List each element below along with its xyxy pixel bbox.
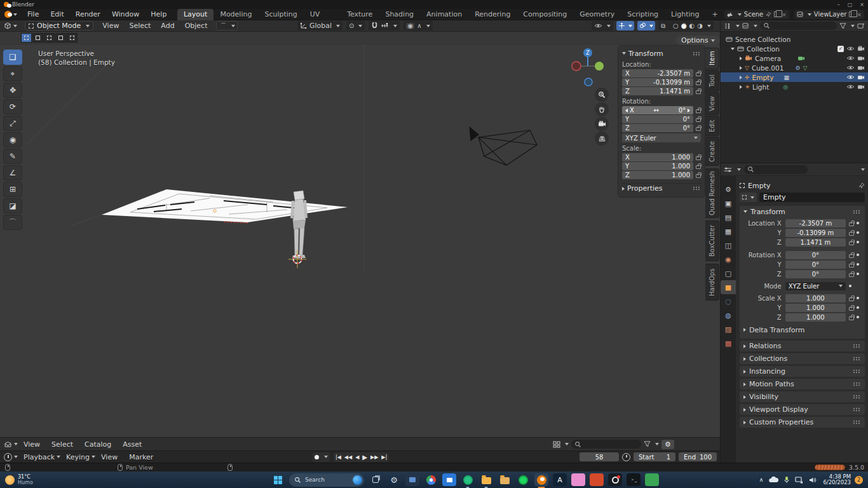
workspace-tab-modeling[interactable]: Modeling (214, 9, 258, 20)
scale-x-field[interactable]: X1.000 (622, 153, 693, 161)
tab-quad-remesh[interactable]: Quad Remesh (705, 168, 719, 218)
expand-icon[interactable] (740, 85, 742, 89)
outliner-row-collection[interactable]: Collection ✓ (721, 44, 868, 53)
tab-object-icon[interactable]: ■ (721, 280, 736, 294)
rotation-x-field[interactable]: 0° (785, 251, 846, 259)
show-overlays-toggle[interactable] (637, 21, 655, 30)
tab-constraints-icon[interactable]: ◌ (721, 294, 736, 308)
lock-icon[interactable] (696, 72, 701, 76)
pivot-point-selector[interactable]: ⊙ (346, 21, 365, 30)
tool-transform[interactable]: ◉ (3, 132, 22, 147)
speaker-icon[interactable] (809, 477, 817, 484)
workspace-tab-rendering[interactable]: Rendering (468, 9, 517, 20)
scale-z-field[interactable]: Z1.000 (622, 171, 693, 179)
scale-y-field[interactable]: Y1.000 (622, 162, 693, 170)
panel-grip-icon[interactable] (693, 51, 701, 56)
proportional-edit-group[interactable]: ◉ ∧ (403, 21, 432, 30)
pin-icon[interactable] (766, 11, 771, 17)
tab-collection-icon[interactable]: ▢ (721, 266, 736, 280)
rotation-y-field[interactable]: Y0° (622, 115, 693, 123)
new-scene-icon[interactable] (774, 11, 779, 17)
taskbar-search[interactable]: Search (289, 473, 364, 487)
workspace-tab-lighting[interactable]: Lighting (665, 9, 705, 20)
menu-render[interactable]: Render (70, 10, 106, 18)
panel-grip-icon[interactable] (853, 395, 861, 399)
outliner-id-type-icon[interactable] (742, 23, 749, 29)
microphone-icon[interactable] (784, 476, 789, 484)
jump-to-end-button[interactable]: ▶| (381, 454, 387, 460)
blender-menu-button[interactable] (0, 11, 22, 18)
tab-view[interactable]: View (705, 92, 719, 115)
properties-search-input[interactable] (744, 165, 808, 174)
lock-icon[interactable] (849, 222, 854, 226)
viewlayer-selector[interactable]: ViewLayer × (794, 10, 864, 19)
tab-physics-icon[interactable]: ◍ (721, 308, 736, 322)
blender-app-icon[interactable] (534, 473, 548, 486)
panel-collections[interactable]: Collections (740, 353, 865, 364)
panel-relations[interactable]: Relations (740, 341, 865, 351)
rotation-mode-dropdown[interactable]: XYZ Euler (785, 282, 846, 290)
properties-editor-icon[interactable] (724, 166, 732, 173)
lock-icon[interactable] (849, 232, 854, 236)
panel-grip-icon[interactable] (853, 369, 861, 374)
prev-keyframe-button[interactable]: ◀◀ (344, 454, 352, 460)
notification-badge[interactable]: 2 (855, 476, 863, 484)
frame-end-field[interactable]: End100 (679, 452, 717, 461)
orthographic-toggle-button[interactable] (595, 132, 609, 146)
tab-scene-icon[interactable]: ◫ (721, 238, 736, 252)
new-collection-icon[interactable] (857, 22, 865, 29)
disable-render-camera-icon[interactable] (857, 46, 865, 51)
location-y-field[interactable]: -0.13099 m (785, 229, 846, 237)
scene-selector[interactable]: Scene × (724, 10, 789, 19)
pink-app-icon[interactable] (571, 473, 585, 486)
lock-icon[interactable] (696, 109, 701, 113)
tab-texture-icon[interactable]: ▩ (721, 336, 736, 350)
workspace-tab-uvediting[interactable]: UV Editing (304, 9, 341, 20)
maximize-button[interactable]: ▢ (848, 2, 853, 8)
hide-viewport-eye-icon[interactable] (846, 55, 855, 61)
tool-annotate[interactable]: ✎ (3, 149, 22, 164)
jump-to-start-button[interactable]: |◀ (336, 454, 341, 460)
tab-create[interactable]: Create (705, 137, 719, 166)
hide-viewport-eye-icon[interactable] (846, 46, 855, 51)
tab-render-icon[interactable]: ▣ (721, 196, 736, 210)
lock-icon[interactable] (696, 90, 701, 94)
scale-z-field[interactable]: 1.000 (785, 313, 846, 322)
lock-icon[interactable] (696, 127, 701, 131)
shading-wireframe-icon[interactable]: ○ (673, 23, 679, 29)
panel-motion-paths[interactable]: Motion Paths (740, 379, 865, 390)
snap-group[interactable] (369, 21, 400, 30)
lock-icon[interactable] (696, 174, 701, 178)
panel-grip-icon[interactable] (853, 407, 861, 412)
animate-dot-icon[interactable] (857, 241, 859, 243)
hide-viewport-eye-icon[interactable] (846, 74, 855, 80)
animate-dot-icon[interactable] (849, 285, 851, 287)
scale-x-field[interactable]: 1.000 (785, 294, 846, 302)
display-mode-grid-icon[interactable] (553, 441, 560, 448)
files-app-icon[interactable] (479, 473, 493, 486)
shading-solid-icon[interactable]: ● (681, 23, 687, 29)
panel-grip-icon[interactable] (853, 344, 861, 348)
weather-widget[interactable]: 31°CHumo (5, 474, 33, 485)
tab-edit[interactable]: Edit (705, 116, 719, 136)
disable-render-camera-icon[interactable] (857, 84, 865, 90)
expand-icon[interactable] (740, 57, 742, 60)
whatsapp-app-icon[interactable] (461, 473, 475, 486)
lock-icon[interactable] (849, 316, 854, 320)
chrome-app-icon[interactable] (424, 473, 438, 486)
tab-item[interactable]: Item (705, 48, 719, 69)
play-button[interactable]: ▶ (362, 454, 367, 461)
disable-render-camera-icon[interactable] (857, 55, 865, 61)
lock-icon[interactable] (849, 241, 854, 245)
next-keyframe-button[interactable]: ▶▶ (370, 454, 378, 460)
outliner-row-empty[interactable]: ✛ Empty ▦ (721, 72, 868, 82)
xray-toggle-icon[interactable]: ⧉ (661, 23, 665, 29)
frame-start-field[interactable]: Start1 (634, 452, 675, 461)
panel-grip-icon[interactable] (853, 420, 861, 424)
expand-icon[interactable] (740, 66, 742, 70)
outliner-search-input[interactable] (760, 22, 837, 30)
scale-y-field[interactable]: 1.000 (785, 304, 846, 312)
task-view-button[interactable] (369, 473, 383, 486)
rotation-z-field[interactable]: 0° (785, 270, 846, 278)
workspace-tab-sculpting[interactable]: Sculpting (258, 9, 303, 20)
